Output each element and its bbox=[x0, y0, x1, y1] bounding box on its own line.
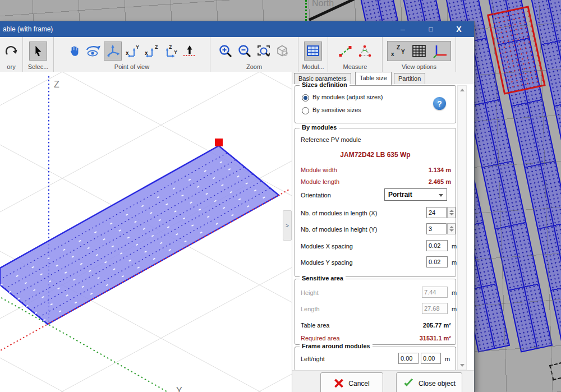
grid-toggle-button[interactable] bbox=[409, 42, 429, 60]
modules-view-button[interactable] bbox=[304, 41, 322, 61]
modules-y-spacing-unit: m bbox=[452, 259, 457, 266]
zoom-in-button[interactable] bbox=[217, 42, 234, 60]
toolbar-label-zoom: Zoom bbox=[246, 63, 262, 72]
toolbar-group-modules: Modul... bbox=[298, 37, 328, 72]
view-options-toggle-group: ZxY bbox=[387, 41, 451, 61]
sensitive-length-label: Length bbox=[301, 306, 320, 312]
required-area-value: 31531.1 m² bbox=[420, 335, 451, 342]
maximize-button[interactable]: □ bbox=[418, 21, 444, 37]
help-icon[interactable]: ? bbox=[433, 97, 446, 110]
window-title: able (with frame) bbox=[3, 21, 53, 37]
window-titlebar[interactable]: able (with frame) – □ X bbox=[0, 21, 474, 37]
axis-labels-toggle-button[interactable]: ZxY bbox=[389, 42, 408, 60]
toolbar: ory Selec... bbox=[0, 37, 474, 72]
axes-toggle-button[interactable] bbox=[430, 42, 449, 60]
frame-left-right-label: Left/right bbox=[301, 356, 325, 362]
sensitive-length-unit: m bbox=[452, 306, 457, 312]
tab-partition[interactable]: Partition bbox=[394, 73, 425, 84]
view-zy-button[interactable]: ZY bbox=[162, 42, 179, 60]
view-xz-button[interactable]: xZ bbox=[143, 42, 160, 60]
module-width-label: Module width bbox=[301, 167, 337, 173]
toolbar-label-view-options: View options bbox=[402, 63, 436, 72]
frame-unit: m bbox=[445, 356, 450, 362]
nb-modules-height-label: Nb. of modules in height (Y) bbox=[301, 226, 377, 233]
elevation-arrow-icon bbox=[181, 44, 198, 58]
cancel-x-icon bbox=[334, 378, 344, 390]
close-window-button[interactable]: X bbox=[446, 21, 472, 37]
panel-scrollbar[interactable] bbox=[457, 85, 467, 370]
scroll-up-icon[interactable] bbox=[460, 89, 465, 91]
pan-tool-button[interactable] bbox=[66, 42, 82, 60]
axis-letters-icon: ZxY bbox=[389, 44, 407, 58]
radio-by-sensitive-sizes[interactable] bbox=[302, 107, 309, 114]
table-area-value: 205.77 m² bbox=[423, 322, 451, 329]
radio-by-modules[interactable] bbox=[302, 94, 309, 102]
svg-text:x: x bbox=[126, 50, 129, 56]
zoom-window-button[interactable] bbox=[255, 42, 272, 60]
modules-x-spacing-input[interactable] bbox=[426, 240, 448, 251]
cancel-button[interactable]: Cancel bbox=[320, 372, 383, 392]
group-sizes-definition: Sizes definition By modules (adjust size… bbox=[295, 85, 456, 123]
svg-text:x: x bbox=[391, 51, 394, 57]
north-axis-dotted-line bbox=[305, 0, 307, 21]
view-xy-icon: xY bbox=[124, 44, 141, 58]
group-title-frame-around-modules: Frame around modules bbox=[300, 343, 373, 349]
nb-modules-length-label: Nb. of modules in length (X) bbox=[301, 210, 377, 216]
panel-collapse-button[interactable]: > bbox=[283, 210, 292, 241]
group-title-sizes-definition: Sizes definition bbox=[300, 81, 350, 88]
zoom-out-button[interactable] bbox=[236, 42, 253, 60]
close-object-button-label: Close object bbox=[419, 380, 456, 388]
sensitive-height-input bbox=[422, 287, 448, 298]
scroll-down-icon[interactable] bbox=[460, 364, 465, 367]
svg-text:Y: Y bbox=[136, 44, 139, 50]
frame-left-input[interactable] bbox=[398, 353, 419, 364]
modules-y-spacing-label: Modules Y spacing bbox=[301, 259, 353, 266]
nb-modules-length-input[interactable] bbox=[426, 207, 447, 218]
pan-hand-icon bbox=[68, 44, 80, 58]
radio-by-sensitive-sizes-label[interactable]: By sensitive sizes bbox=[312, 107, 361, 113]
select-tool-button[interactable] bbox=[29, 41, 47, 61]
nb-modules-length-stepper[interactable] bbox=[447, 207, 456, 218]
zoom-extents-button[interactable] bbox=[274, 42, 291, 60]
table-corner-handle[interactable] bbox=[215, 139, 223, 146]
measure-length-button[interactable] bbox=[337, 42, 354, 60]
sensitive-length-input bbox=[422, 303, 448, 314]
axes-3d-icon bbox=[105, 44, 120, 58]
orientation-dropdown[interactable]: Portrait bbox=[384, 188, 447, 201]
view-zy-icon: ZY bbox=[162, 44, 179, 58]
required-area-label: Required area bbox=[301, 335, 340, 342]
elevation-view-button[interactable] bbox=[181, 42, 198, 60]
modules-grid-icon bbox=[306, 44, 320, 58]
nb-modules-height-stepper[interactable] bbox=[447, 223, 456, 234]
minimize-button[interactable]: – bbox=[390, 21, 416, 37]
module-width-value: 1.134 m bbox=[429, 167, 451, 173]
tab-table-size[interactable]: Table size bbox=[355, 72, 392, 85]
group-title-by-modules: By modules bbox=[300, 124, 339, 131]
parameters-panel: Basic parameters Table size Partition Si… bbox=[292, 72, 474, 392]
axes-view-button[interactable] bbox=[104, 41, 122, 61]
toolbar-group-history: ory bbox=[0, 37, 23, 72]
radio-by-modules-label[interactable]: By modules (adjust sizes) bbox=[312, 94, 383, 100]
modules-y-spacing-input[interactable] bbox=[426, 256, 448, 268]
orbit-view-button[interactable] bbox=[85, 42, 102, 60]
select-cursor-icon bbox=[32, 44, 44, 58]
nb-modules-height-input[interactable] bbox=[426, 223, 447, 234]
toolbar-label-select: Selec... bbox=[28, 63, 49, 72]
view-xy-button[interactable]: xY bbox=[124, 42, 141, 60]
check-icon bbox=[403, 378, 414, 390]
y-axis-label: Y bbox=[176, 386, 182, 392]
3d-viewport[interactable]: Z Y > bbox=[0, 72, 292, 392]
orbit-eye-icon bbox=[85, 44, 102, 58]
reference-pv-module-label: Reference PV module bbox=[301, 136, 361, 143]
measure-angle-button[interactable] bbox=[356, 42, 373, 60]
toolbar-label-history: ory bbox=[7, 63, 15, 72]
frame-right-input[interactable] bbox=[421, 353, 441, 364]
table-editor-window: able (with frame) – □ X ory bbox=[0, 21, 474, 392]
undo-redo-history-button[interactable] bbox=[3, 42, 20, 60]
history-redo-icon bbox=[4, 44, 18, 58]
orientation-value: Portrait bbox=[388, 191, 412, 199]
zoom-extents-cube-icon bbox=[275, 44, 290, 58]
close-object-button[interactable]: Close object bbox=[396, 372, 462, 392]
z-axis-label: Z bbox=[54, 80, 59, 89]
modules-x-spacing-unit: m bbox=[452, 243, 457, 250]
